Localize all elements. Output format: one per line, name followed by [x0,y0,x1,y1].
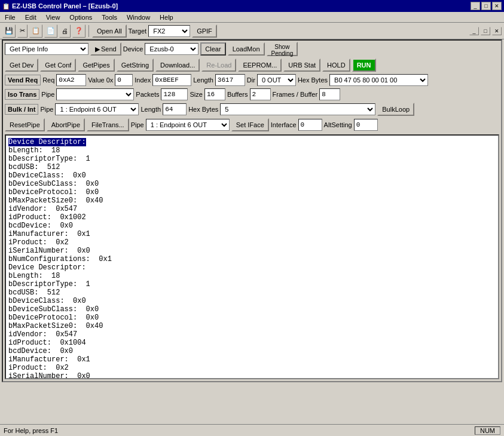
inner-maximize-button[interactable]: □ [481,27,490,35]
tb-print-button[interactable]: 🖨 [59,24,71,38]
status-bar: For Help, press F1 NUM [0,424,504,436]
bulk-length-label: Length [140,106,161,113]
abort-pipe-button[interactable]: AbortPipe [47,118,85,131]
buffers-label: Buffers [227,91,248,98]
hex-bytes-label: Hex Bytes [298,76,328,84]
menu-tools[interactable]: Tools [99,13,120,22]
loadmon-button[interactable]: LoadMon [228,42,265,56]
interface-input[interactable] [298,119,322,131]
frames-per-buffer-label: Frames / Buffer [273,91,318,98]
bulk-int-label: Bulk / Int [5,104,38,115]
menu-bar: File Edit View Options Tools Window Help [0,12,504,23]
get-conf-button[interactable]: Get Conf [40,59,76,72]
clear-button[interactable]: Clear [200,42,225,56]
maximize-button[interactable]: □ [481,2,491,10]
req-input[interactable] [56,74,86,86]
target-label: Target [129,27,147,35]
inner-minimize-button[interactable]: _ [469,27,479,35]
iso-trans-label: Iso Trans [5,89,39,100]
send-label: Send [101,45,117,53]
help-text: For Help, press F1 [4,427,58,434]
length-input[interactable] [215,74,245,86]
tb-copy-button[interactable]: 📋 [29,24,42,38]
hex-bytes-dropdown[interactable]: B0 47 05 80 00 01 00 [329,74,428,86]
iso-size-input[interactable] [204,88,225,100]
send-button[interactable]: ▶ Send [90,42,121,56]
inner-window: Get Pipe Info ▶ Send Device Ezusb-0 Clea… [2,39,502,382]
pipe-dropdown-2[interactable]: 1 : Endpoint 6 OUT [146,119,230,131]
alt-setting-input[interactable] [354,119,378,131]
pipe-controls-row: ResetPipe AbortPipe FileTrans... Pipe 1 … [3,117,501,133]
iso-size-label: Size [190,91,202,98]
minimize-button[interactable]: _ [471,2,480,10]
iso-pipe-label: Pipe [41,91,54,98]
reload-button[interactable]: Re-Load [201,59,236,72]
dir-label: Dir [247,76,255,84]
value-label: Value [88,76,104,84]
pipe-info-row: Get Pipe Info ▶ Send Device Ezusb-0 Clea… [3,41,501,57]
app-icon: 📋 [2,3,10,10]
tb-cut-button[interactable]: ✂ [17,24,28,38]
toolbar: 💾 ✂ 📋 📄 🖨 ❓ Open All Target FX2 GPIF _ □… [0,23,504,39]
device-dropdown[interactable]: Ezusb-0 [145,43,198,55]
close-button[interactable]: ✕ [492,2,502,10]
bulk-hex-bytes-dropdown[interactable]: 5 [220,103,375,115]
get-pipes-button[interactable]: GetPipes [78,59,114,72]
download-button[interactable]: Download... [155,59,200,72]
frames-per-buffer-input[interactable] [319,88,340,100]
status-right: NUM [475,426,500,435]
menu-file[interactable]: File [2,13,18,22]
iso-pipe-dropdown[interactable] [56,88,134,100]
tb-paste-button[interactable]: 📄 [44,24,57,38]
bulk-hex-bytes-label: Hex Bytes [188,106,218,113]
tb-help-button[interactable]: ❓ [72,24,85,38]
action-dropdown[interactable]: Get Pipe Info [5,43,88,55]
run-button[interactable]: RUN [352,59,376,72]
file-trans-button[interactable]: FileTrans... [87,118,129,131]
bulk-loop-button[interactable]: BulkLoop [377,103,414,116]
packets-label: Packets [136,91,159,98]
length-label: Length [193,76,213,84]
gpif-button[interactable]: GPIF [192,24,217,38]
inner-close-button[interactable]: ✕ [492,27,502,35]
tb-new-button[interactable]: 💾 [2,24,16,38]
bulk-pipe-dropdown[interactable]: 1 : Endpoint 6 OUT [55,103,139,115]
buffers-input[interactable] [250,88,271,100]
value-input[interactable] [115,74,133,86]
interface-label: Interface [271,121,297,128]
device-label: Device [123,45,143,53]
target-dropdown[interactable]: FX2 [148,25,190,37]
menu-view[interactable]: View [44,13,63,22]
title-bar: 📋 EZ-USB Control Panel – [Ezusb-0] _ □ ✕ [0,0,504,12]
toolbar-separator [88,25,89,37]
packets-input[interactable] [161,88,188,100]
open-all-button[interactable]: Open All [92,24,127,38]
menu-options[interactable]: Options [67,13,94,22]
eeprom-button[interactable]: EEPROM... [238,59,282,72]
value-prefix: 0x [106,76,114,84]
get-dev-button[interactable]: Get Dev [5,59,38,72]
bulk-length-input[interactable] [163,103,187,115]
dir-dropdown[interactable]: 0 OUT [257,74,296,86]
bulk-pipe-label: Pipe [40,106,53,113]
req-label: Req [42,76,54,84]
output-area[interactable]: Device Descriptor: bLength: 18 bDescript… [5,134,499,379]
hold-button[interactable]: HOLD [322,59,350,72]
num-indicator: NUM [475,426,500,435]
menu-edit[interactable]: Edit [23,13,39,22]
bulk-int-row: Bulk / Int Pipe 1 : Endpoint 6 OUT Lengt… [3,102,501,117]
urb-stat-button[interactable]: URB Stat [283,59,320,72]
index-label: Index [135,76,151,84]
set-iface-button[interactable]: Set IFace [231,118,269,131]
show-pending-button[interactable]: Show Pending [267,42,298,56]
vend-req-row: Vend Req Req Value 0x Index Length Dir 0… [3,73,501,87]
get-string-button[interactable]: GetString [117,59,154,72]
send-icon: ▶ [95,45,100,53]
pipe-label-2: Pipe [131,121,144,128]
menu-window[interactable]: Window [124,13,152,22]
reset-pipe-button[interactable]: ResetPipe [5,118,45,131]
vend-req-label: Vend Req [5,75,41,85]
index-input[interactable] [152,74,191,86]
menu-help[interactable]: Help [157,13,176,22]
iso-trans-row: Iso Trans Pipe Packets Size Buffers Fram… [3,87,501,102]
